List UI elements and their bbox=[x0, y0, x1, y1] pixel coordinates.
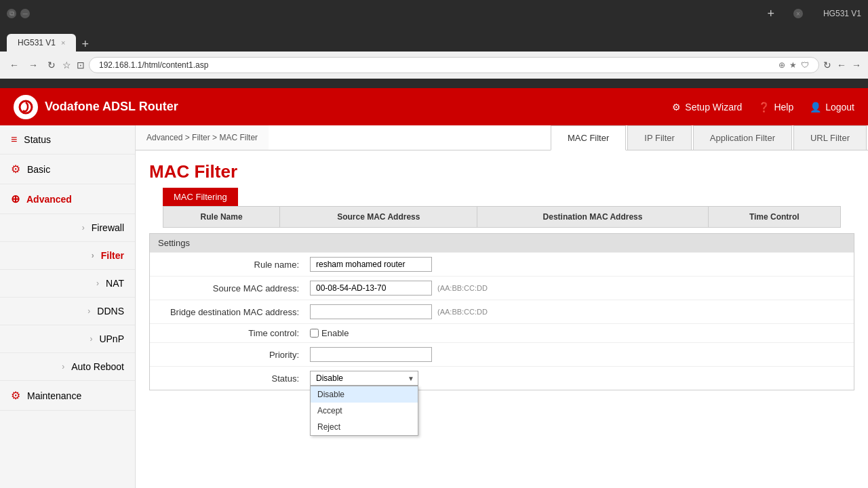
mac-filtering-tab-label[interactable]: MAC Filtering bbox=[163, 188, 238, 206]
dropdown-option-accept[interactable]: Accept bbox=[311, 403, 418, 419]
new-tab-button[interactable]: + bbox=[76, 37, 94, 52]
header-logo: Vodafone ADSL Router bbox=[14, 95, 178, 119]
basic-icon: ⚙ bbox=[11, 163, 20, 176]
back-button[interactable]: ← bbox=[7, 57, 22, 73]
breadcrumb-text: Advanced > Filter > MAC Filter bbox=[146, 133, 258, 142]
permissions-icon: ⊕ bbox=[778, 60, 785, 70]
source-mac-label: Source MAC address: bbox=[161, 283, 310, 293]
tab-ip-filter[interactable]: IP Filter bbox=[627, 125, 692, 150]
rule-name-input[interactable] bbox=[310, 257, 432, 272]
sidebar: ≡ Status ⚙ Basic ⊕ Advanced › Firewall ›… bbox=[0, 125, 136, 488]
address-bar-row: ← → ↻ ☆ ⊡ 192.168.1.1/html/content1.asp … bbox=[0, 52, 868, 79]
sidebar-item-filter[interactable]: › Filter bbox=[0, 242, 135, 270]
col-rule-name: Rule Name bbox=[163, 207, 280, 228]
breadcrumb: Advanced > Filter > MAC Filter bbox=[136, 125, 269, 150]
maintenance-icon: ⚙ bbox=[11, 389, 20, 402]
header-title: Vodafone ADSL Router bbox=[45, 100, 178, 114]
firewall-arrow-icon: › bbox=[82, 223, 85, 232]
main-content: Advanced > Filter > MAC Filter MAC Filte… bbox=[136, 125, 868, 488]
page-title: MAC Filter bbox=[136, 150, 868, 188]
sidebar-item-auto-reboot[interactable]: › Auto Reboot bbox=[0, 353, 135, 381]
settings-row-time-control: Time control: Enable bbox=[150, 323, 854, 342]
sidebar-label-auto-reboot: Auto Reboot bbox=[71, 361, 124, 372]
title-bar: ⧉ ─ + × HG531 V1 bbox=[0, 0, 868, 27]
bridge-dest-label: Bridge destination MAC address: bbox=[161, 307, 310, 317]
sidebar-item-status[interactable]: ≡ Status bbox=[0, 125, 135, 155]
mac-filter-tab-label: MAC Filter bbox=[568, 133, 609, 143]
nat-arrow-icon: › bbox=[96, 279, 99, 288]
sidebar-item-nat[interactable]: › NAT bbox=[0, 270, 135, 298]
gear-icon: ⚙ bbox=[672, 102, 681, 113]
browser-title: HG531 V1 bbox=[823, 9, 861, 18]
bookmark-icon[interactable]: ☆ bbox=[62, 60, 71, 70]
setup-wizard-button[interactable]: ⚙ Setup Wizard bbox=[672, 102, 742, 113]
sidebar-item-ddns[interactable]: › DDNS bbox=[0, 298, 135, 325]
nav-back-icon[interactable]: ← bbox=[837, 60, 846, 70]
logout-button[interactable]: 👤 Logout bbox=[810, 102, 854, 113]
refresh-button[interactable]: ↻ bbox=[45, 57, 58, 73]
rule-name-label: Rule name: bbox=[161, 260, 310, 270]
nav-forward-icon[interactable]: → bbox=[852, 60, 861, 70]
status-select[interactable]: Disable Accept Reject bbox=[310, 371, 418, 386]
active-tab[interactable]: HG531 V1 × bbox=[7, 34, 76, 52]
help-button[interactable]: ❓ Help bbox=[758, 102, 793, 113]
close-btn[interactable]: × bbox=[793, 9, 803, 18]
browser-chrome: ⧉ ─ + × HG531 V1 HG531 V1 × + ← → ↻ ☆ ⊡ … bbox=[0, 0, 868, 88]
bridge-dest-input[interactable] bbox=[310, 304, 432, 319]
sidebar-label-advanced: Advanced bbox=[26, 194, 72, 205]
settings-row-bridge-dest: Bridge destination MAC address: (AA:BB:C… bbox=[150, 300, 854, 323]
settings-row-status: Status: Disable Accept Reject ▼ Disable … bbox=[150, 366, 854, 390]
reload-icon[interactable]: ↻ bbox=[823, 60, 831, 70]
time-control-checkbox[interactable] bbox=[310, 329, 319, 338]
sidebar-item-maintenance[interactable]: ⚙ Maintenance bbox=[0, 381, 135, 411]
source-mac-hint: (AA:BB:CC:DD bbox=[437, 284, 488, 292]
window-controls: ⧉ ─ bbox=[7, 9, 30, 18]
sidebar-item-advanced[interactable]: ⊕ Advanced bbox=[0, 184, 135, 214]
tab-url-filter[interactable]: URL Filter bbox=[793, 125, 867, 150]
settings-row-priority: Priority: bbox=[150, 342, 854, 366]
toolbar-right: ↻ ← → bbox=[823, 60, 861, 70]
logout-label: Logout bbox=[825, 102, 854, 113]
dropdown-option-reject[interactable]: Reject bbox=[311, 419, 418, 435]
restore-btn[interactable]: ⧉ bbox=[7, 9, 16, 18]
address-bar[interactable]: 192.168.1.1/html/content1.asp ⊕ ★ 🛡 bbox=[89, 57, 819, 73]
status-dropdown-menu: Disable Accept Reject bbox=[310, 386, 418, 436]
ip-filter-tab-label: IP Filter bbox=[644, 133, 675, 143]
col-time-control: Time Control bbox=[708, 207, 840, 228]
url-filter-tab-label: URL Filter bbox=[810, 133, 850, 143]
tab-mac-filter[interactable]: MAC Filter bbox=[551, 125, 626, 150]
setup-wizard-label: Setup Wizard bbox=[685, 102, 742, 113]
tab-application-filter[interactable]: Application Filter bbox=[693, 125, 792, 150]
sidebar-label-filter: Filter bbox=[101, 250, 124, 261]
source-mac-input[interactable] bbox=[310, 281, 432, 296]
priority-input[interactable] bbox=[310, 347, 432, 362]
help-label: Help bbox=[774, 102, 793, 113]
status-dropdown-container: Disable Accept Reject ▼ Disable Accept R… bbox=[310, 371, 418, 386]
breadcrumb-tabs-row: Advanced > Filter > MAC Filter MAC Filte… bbox=[136, 125, 868, 150]
application-filter-tab-label: Application Filter bbox=[710, 133, 775, 143]
sidebar-item-upnp[interactable]: › UPnP bbox=[0, 325, 135, 353]
header-nav: ⚙ Setup Wizard ❓ Help 👤 Logout bbox=[672, 102, 854, 113]
site-header: Vodafone ADSL Router ⚙ Setup Wizard ❓ He… bbox=[0, 88, 868, 125]
ddns-arrow-icon: › bbox=[87, 306, 90, 316]
status-label: Status: bbox=[161, 373, 310, 384]
screenshot-icon[interactable]: ⊡ bbox=[77, 60, 85, 70]
minimize-btn[interactable]: ─ bbox=[20, 9, 30, 18]
status-icon: ≡ bbox=[11, 134, 17, 146]
tab-label: HG531 V1 bbox=[18, 38, 56, 47]
mac-filter-table: Rule Name Source MAC Address Destination… bbox=[163, 206, 841, 228]
mac-filter-table-container: Rule Name Source MAC Address Destination… bbox=[136, 206, 868, 228]
settings-row-rule-name: Rule name: bbox=[150, 252, 854, 276]
sidebar-item-basic[interactable]: ⚙ Basic bbox=[0, 155, 135, 184]
tab-close-icon[interactable]: × bbox=[61, 39, 65, 47]
help-icon: ❓ bbox=[758, 102, 770, 113]
sidebar-item-firewall[interactable]: › Firewall bbox=[0, 214, 135, 242]
filter-arrow-icon: › bbox=[92, 251, 94, 260]
sidebar-label-basic: Basic bbox=[27, 164, 50, 175]
forward-button[interactable]: → bbox=[26, 57, 41, 73]
time-control-label: Time control: bbox=[161, 328, 310, 338]
dropdown-option-disable[interactable]: Disable bbox=[311, 386, 418, 403]
page-content: Vodafone ADSL Router ⚙ Setup Wizard ❓ He… bbox=[0, 88, 868, 488]
filter-tabs: MAC Filter IP Filter Application Filter … bbox=[551, 125, 868, 150]
new-tab-btn[interactable]: + bbox=[762, 7, 780, 21]
